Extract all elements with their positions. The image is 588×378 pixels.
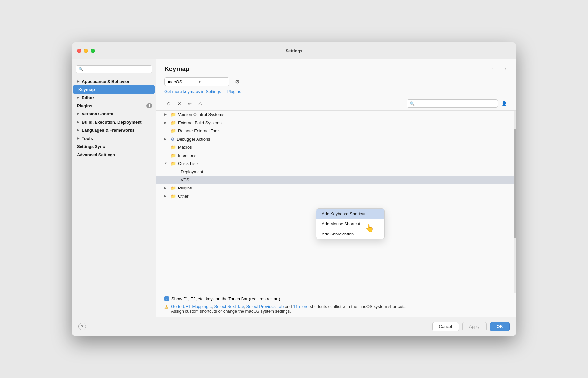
tree-item-debugger[interactable]: ▶ ⚙ Debugger Actions [156, 135, 516, 143]
scrollbar[interactable] [514, 111, 516, 293]
sidebar-item-advanced[interactable]: Advanced Settings [72, 151, 156, 159]
nav-arrows: ← → [490, 65, 508, 72]
sidebar-search-icon: 🔍 [79, 67, 83, 71]
tree-item-label: VCS [181, 177, 189, 182]
checkbox-label: Show F1, F2, etc. keys on the Touch Bar … [171, 296, 280, 301]
warning-icon: ⚠ [164, 304, 169, 310]
keymap-search[interactable]: 🔍 [407, 99, 498, 108]
chevron-right-icon: ▶ [77, 112, 79, 115]
remove-button[interactable]: ✕ [175, 100, 184, 108]
sidebar-item-editor[interactable]: ▶ Editor [72, 94, 156, 102]
select-prev-tab-link[interactable]: Select Previous Tab [246, 304, 284, 309]
sidebar-item-label: Tools [82, 136, 93, 141]
sidebar-item-tools[interactable]: ▶ Tools [72, 134, 156, 143]
apply-button[interactable]: Apply [462, 322, 487, 331]
tree-item-label: Quick Lists [178, 161, 199, 166]
select-next-tab-link[interactable]: Select Next Tab [214, 304, 244, 309]
chevron-right-icon: ▶ [77, 96, 79, 99]
search-icon: 🔍 [410, 101, 415, 106]
bottom-bar: ? Cancel Apply OK [72, 317, 516, 336]
link-separator: | [224, 89, 226, 94]
sidebar-item-plugins[interactable]: Plugins 1 [72, 102, 156, 110]
chevron-right-icon: ▶ [164, 186, 169, 189]
sidebar-item-appearance[interactable]: ▶ Appearance & Behavior [72, 77, 156, 85]
dropdown-arrow-icon: ▼ [198, 80, 226, 83]
context-menu-item-add-abbreviation[interactable]: Add Abbreviation [316, 229, 384, 239]
minimize-button[interactable] [84, 49, 88, 53]
window-title: Settings [286, 48, 302, 53]
sidebar-item-label: Version Control [82, 112, 113, 116]
help-button[interactable]: ? [78, 323, 86, 330]
tree-item-label: Macros [178, 145, 192, 150]
context-menu-item-add-mouse[interactable]: Add Mouse Shortcut [316, 219, 384, 229]
sidebar-item-versioncontrol[interactable]: ▶ Version Control [72, 110, 156, 118]
tree-item-deployment[interactable]: ▶ Deployment [156, 168, 516, 176]
context-menu-item-label: Add Abbreviation [322, 232, 354, 236]
content-header: Keymap ← → [156, 59, 516, 73]
sidebar: 🔍 ▶ Appearance & Behavior Keymap ▶ Edito… [72, 59, 156, 317]
maximize-button[interactable] [91, 49, 95, 53]
sidebar-item-label: Advanced Settings [77, 152, 115, 157]
touchbar-checkbox[interactable]: ✓ [164, 296, 169, 301]
titlebar: Settings [72, 42, 516, 59]
sidebar-item-keymap[interactable]: Keymap [73, 85, 155, 94]
sidebar-search[interactable]: 🔍 [76, 65, 152, 73]
tree-item-label: Version Control Systems [178, 112, 224, 117]
tree-item-vcs[interactable]: ▶ 📁 Version Control Systems [156, 111, 516, 119]
close-button[interactable] [77, 49, 81, 53]
gear-button[interactable]: ⚙ [233, 77, 242, 86]
settings-window: Settings 🔍 ▶ Appearance & Behavior Keyma… [72, 42, 516, 336]
context-menu-item-add-keyboard[interactable]: Add Keyboard Shortcut [316, 209, 384, 219]
more-conflicts-link[interactable]: 11 more [293, 304, 309, 309]
content-area: Keymap ← → macOS ▼ ⚙ Get more keymaps in… [156, 59, 516, 317]
sidebar-item-settingssync[interactable]: Settings Sync [72, 143, 156, 151]
keymap-selector-row: macOS ▼ ⚙ [156, 73, 516, 89]
plugins-link[interactable]: Plugins [227, 89, 241, 94]
context-menu-item-label: Add Mouse Shortcut [322, 221, 360, 226]
tree-item-plugins[interactable]: ▶ 📁 Plugins [156, 184, 516, 192]
chevron-right-icon: ▶ [77, 129, 79, 132]
back-arrow-icon[interactable]: ← [490, 65, 498, 72]
expand-all-button[interactable]: ⊕ [164, 100, 173, 108]
edit-button[interactable]: ✏ [185, 100, 194, 108]
sidebar-item-build[interactable]: ▶ Build, Execution, Deployment [72, 118, 156, 126]
sidebar-item-label: Editor [82, 95, 94, 100]
checkbox-row: ✓ Show F1, F2, etc. keys on the Touch Ba… [164, 296, 508, 301]
folder-icon: 📁 [171, 161, 176, 166]
tree-item-vcs2[interactable]: ▶ VCS [156, 176, 516, 184]
sidebar-search-input[interactable] [85, 67, 149, 72]
ok-button[interactable]: OK [490, 322, 510, 331]
scrollbar-thumb[interactable] [514, 129, 516, 238]
page-title: Keymap [164, 65, 190, 73]
main-content: 🔍 ▶ Appearance & Behavior Keymap ▶ Edito… [72, 59, 516, 317]
folder-icon: 📁 [171, 194, 176, 199]
tree-item-externalbuild[interactable]: ▶ 📁 External Build Systems [156, 119, 516, 127]
chevron-right-icon: ▶ [77, 120, 79, 124]
sidebar-item-label: Build, Execution, Deployment [82, 120, 141, 125]
tree-item-remotetools[interactable]: ▶ 📁 Remote External Tools [156, 127, 516, 135]
tree-item-macros[interactable]: ▶ 📁 Macros [156, 143, 516, 151]
sidebar-item-label: Appearance & Behavior [82, 79, 130, 84]
tree-item-intentions[interactable]: ▶ 📁 Intentions [156, 151, 516, 159]
footer-area: ✓ Show F1, F2, etc. keys on the Touch Ba… [156, 293, 516, 317]
keymap-tree: ▶ 📁 Version Control Systems ▶ 📁 External… [156, 111, 516, 293]
chevron-down-icon: ▼ [164, 162, 169, 165]
url-mapping-link[interactable]: Go to URL Mapping... [171, 304, 212, 309]
tree-item-label: Deployment [181, 169, 203, 174]
sidebar-items: ▶ Appearance & Behavior Keymap ▶ Editor … [72, 77, 156, 159]
keymap-search-input[interactable] [417, 101, 495, 106]
tree-item-other[interactable]: ▶ 📁 Other [156, 192, 516, 200]
tree-item-quicklists[interactable]: ▼ 📁 Quick Lists [156, 159, 516, 168]
warning-button[interactable]: ⚠ [196, 100, 205, 108]
chevron-right-icon: ▶ [164, 113, 169, 116]
forward-arrow-icon[interactable]: → [501, 65, 508, 72]
sidebar-item-languages[interactable]: ▶ Languages & Frameworks [72, 126, 156, 134]
debugger-icon: ⚙ [171, 137, 175, 142]
warning-text: Go to URL Mapping..., Select Next Tab, S… [171, 304, 406, 314]
cancel-button[interactable]: Cancel [432, 322, 459, 331]
tree-item-label: External Build Systems [178, 120, 222, 125]
keymap-dropdown[interactable]: macOS ▼ [164, 77, 229, 86]
filter-button[interactable]: 👤 [499, 99, 508, 108]
get-more-keymaps-link[interactable]: Get more keymaps in Settings [164, 89, 221, 94]
sidebar-item-label: Languages & Frameworks [82, 128, 135, 133]
